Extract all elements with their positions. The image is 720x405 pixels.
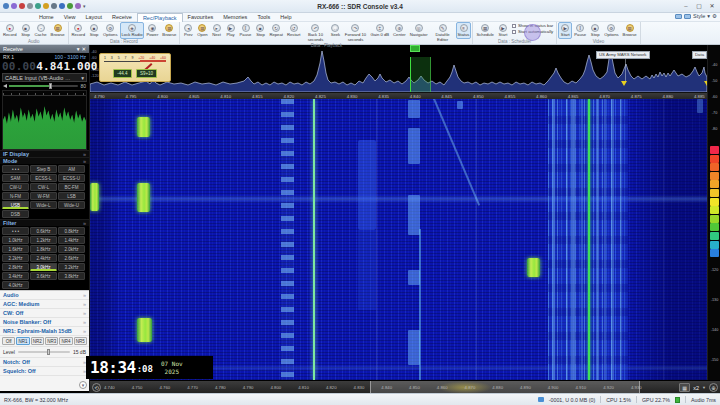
noise-blanker-row[interactable]: Noise Blanker: Off» [0,318,89,327]
filter-header[interactable]: Filter» [0,219,89,226]
filter-button[interactable]: 1.0kHz [2,236,29,244]
filter-button[interactable]: 3.6kHz [30,272,57,280]
audio-input-dropdown[interactable]: CABLE Input (VB-Audio … ▾ [2,73,87,82]
filter-button[interactable]: 3.8kHz [58,272,85,280]
ribbon-button[interactable]: ↔ Seek [328,22,342,39]
ribbon-button[interactable]: ± Gain 0 dB [368,22,391,39]
nr-button[interactable]: Off [2,337,15,345]
spectrum-display[interactable]: -40-60-80-100-120 13579 +20+40+60 -44.4 … [90,45,707,92]
nr-button[interactable]: NR2 [31,337,44,345]
gear-icon[interactable]: ⚙ [712,13,717,19]
ribbon-button[interactable]: ⚙ Options [101,22,119,39]
audio-section-header[interactable]: Audio» [0,291,89,300]
filter-button[interactable]: 0.6kHz [30,227,57,235]
mode-button[interactable]: CW-L [30,183,57,191]
ribbon-tab[interactable]: Receive [107,13,137,22]
filter-button[interactable]: 3.4kHz [2,272,29,280]
nr-button[interactable]: NR4 [59,337,72,345]
mode-header[interactable]: Mode» [0,157,89,164]
ribbon-button[interactable]: ◉ Power [144,22,160,39]
minimize-button[interactable]: – [680,1,692,11]
navigator-zoom-value[interactable]: x2 [693,385,699,391]
ribbon-button[interactable]: ↻ Repeat [267,22,285,39]
mode-button[interactable]: • • • [2,165,29,173]
ribbon-button[interactable]: ◎ Navigator [408,22,430,39]
ribbon-button[interactable]: ● Record [1,22,19,39]
nr-button[interactable]: NR1 [16,337,29,345]
waterfall-display[interactable] [90,99,707,380]
if-display-header[interactable]: IF Display» [0,150,89,157]
ribbon-button[interactable]: ■ Stop [87,22,101,39]
mode-button[interactable]: ECSS-U [58,174,85,182]
cw-row[interactable]: CW: Off» [0,309,89,318]
filter-button[interactable]: 1.4kHz [58,236,85,244]
tuning-band[interactable] [410,57,431,92]
nr-button[interactable]: NR3 [45,337,58,345]
ribbon-button[interactable]: ▦ Schedule [474,22,495,39]
filter-button[interactable]: 1.6kHz [2,245,29,253]
ribbon-tab[interactable]: Rec/Playback [137,13,183,22]
squelch-row[interactable]: Squelch: Off» [0,367,89,376]
mode-button[interactable]: Step B [30,165,57,173]
agc-row[interactable]: AGC: Medium» [0,300,89,309]
filter-button[interactable]: 3.2kHz [58,263,85,271]
ribbon-button[interactable]: ▸ Next [210,22,224,39]
ribbon-button[interactable]: ⚙ Options [602,22,620,39]
mode-button[interactable]: Wide-L [30,201,57,209]
frequency-navigator[interactable]: 4.7404.7504.7604.7704.7804.7904.8004.810… [90,380,720,393]
filter-button[interactable]: 2.2kHz [2,254,29,262]
station-marker-label[interactable]: Data [692,51,707,59]
frequency-scale[interactable]: 4.7904.7954.8004.8054.8104.8154.8204.825… [90,92,707,99]
filter-button[interactable]: 3.0kHz [30,263,57,271]
mode-button[interactable]: LSB [58,192,85,200]
ribbon-button[interactable]: ▦ Browse [49,22,67,39]
navigator-display-button[interactable]: ▦ [679,383,690,392]
navigator-back-button[interactable]: ⟲ [92,383,101,392]
ribbon-button[interactable]: ◔ Cache [33,22,49,39]
sidebar-collapse-button[interactable]: ▾ [79,381,87,389]
filter-button[interactable]: 1.8kHz [30,245,57,253]
ribbon-button[interactable]: ‖ Pause [238,22,254,39]
ribbon-button[interactable]: ▶ Play [224,22,238,39]
ribbon-button[interactable]: ≡ Status [456,22,472,39]
filter-button[interactable]: 2.8kHz [2,263,29,271]
mode-button[interactable]: Wide-U [58,201,85,209]
ribbon-button[interactable]: ▦ Browse [160,22,178,39]
ribbon-tab[interactable]: View [59,13,81,22]
ribbon-button[interactable]: ⊕ Center [391,22,408,39]
ribbon-button[interactable]: ✎ Datafile Editor [430,22,456,43]
receive-pane-header[interactable]: Receive ▾ ✕ [0,45,89,53]
station-marker-label[interactable]: US Army MARS Network [596,51,650,59]
ribbon-button[interactable]: ■ Stop [253,22,267,39]
filter-button[interactable]: 1.2kHz [30,236,57,244]
filter-button[interactable]: 4.0kHz [2,281,29,289]
ribbon-button[interactable]: ↷ Forward 10 seconds [342,22,368,43]
ribbon-button[interactable]: ▶ Start [496,22,510,39]
style-menu[interactable]: Style ▾ ⚙ [675,13,717,19]
nr-button[interactable]: NR5 [74,337,87,345]
chevron-down-icon[interactable]: ▼ [702,385,706,390]
mode-button[interactable]: W-FM [30,192,57,200]
ribbon-button[interactable]: ■ Stop [19,22,33,39]
filter-button[interactable]: 2.0kHz [58,245,85,253]
noise-reduction-row[interactable]: NR1: Ephraim-Malah 15dB» [0,327,89,336]
mode-button[interactable]: BC-FM [58,183,85,191]
ribbon-tab[interactable]: Help [275,13,296,22]
frequency-display[interactable]: 00.004.841.000 [0,60,89,73]
ribbon-button[interactable]: ◂ Prev [181,22,195,39]
pane-collapse-icon[interactable]: ▾ [77,45,80,53]
mode-button[interactable]: ECSS-L [30,174,57,182]
ribbon-button[interactable]: ■ Stop [588,22,602,39]
mode-button[interactable]: SAM [2,174,29,182]
mode-button[interactable]: AM [58,165,85,173]
ribbon-button[interactable]: ◈ Lock Radio [120,22,145,39]
nr-level-slider[interactable] [18,351,70,353]
filter-button[interactable]: 0.8kHz [58,227,85,235]
maximize-button[interactable]: ▢ [693,1,705,11]
mode-button[interactable]: N-FM [2,192,29,200]
ribbon-button[interactable]: ▶ Start [558,22,572,39]
ribbon-button[interactable]: ↶ Back 10 seconds [302,22,328,43]
ribbon-tab[interactable]: Tools [252,13,275,22]
ribbon-button[interactable]: ‖ Pause [572,22,588,39]
notch-row[interactable]: Notch: Off» [0,358,89,367]
